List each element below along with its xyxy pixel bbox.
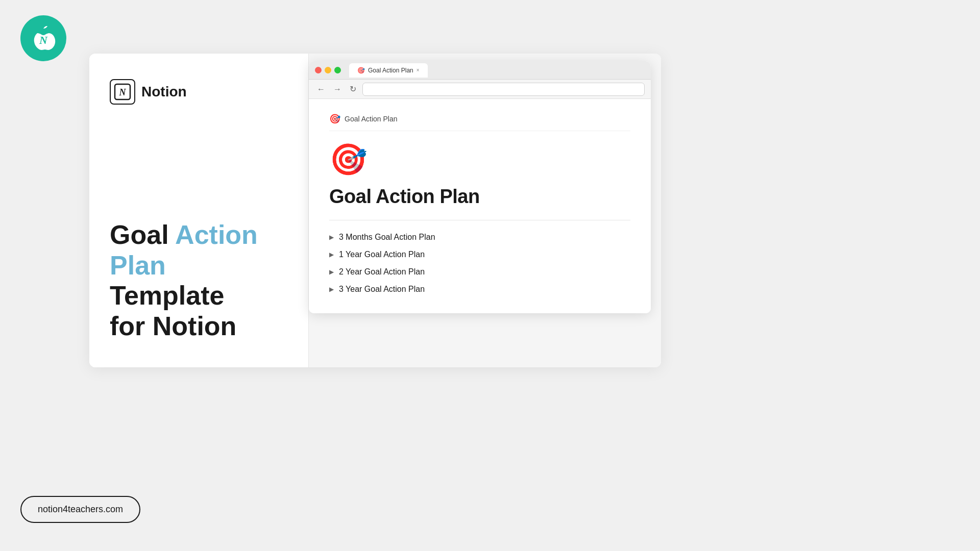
notion-brand-name: Notion [141,84,187,100]
list-arrow-icon: ▶ [329,268,334,276]
notion-divider [329,220,630,220]
browser-toolbar: ← → ↻ [309,80,651,99]
hero-word-template: Template [110,281,224,310]
notion-page-tab: 🎯 Goal Action Plan [329,109,630,131]
browser-forward-button[interactable]: → [331,84,344,95]
hero-title-line3: for Notion [110,311,288,342]
notion-logo-icon: N [110,79,135,105]
notion-page-icon: 🎯 [329,141,630,178]
browser-dot-green[interactable] [334,67,341,73]
notion-page-title: Goal Action Plan [329,186,630,208]
list-arrow-icon: ▶ [329,286,334,293]
hero-word-for-notion: for Notion [110,311,236,341]
hero-word-goal: Goal [110,220,175,249]
list-item-text: 3 Year Goal Action Plan [339,285,425,294]
hero-title-line2: Template [110,281,288,311]
app-logo: N [20,15,66,61]
list-arrow-icon: ▶ [329,251,334,258]
notion-list: ▶3 Months Goal Action Plan▶1 Year Goal A… [329,229,630,298]
left-panel: N Notion Goal Action Plan Template for N… [89,54,309,367]
svg-text:N: N [39,34,48,46]
logo-svg: N [30,24,57,52]
browser-tab-close[interactable]: × [416,67,420,73]
browser-tab[interactable]: 🎯 Goal Action Plan × [349,63,428,78]
hero-title: Goal Action Plan Template for Notion [110,220,288,342]
main-card: N Notion Goal Action Plan Template for N… [89,54,661,367]
list-item-text: 1 Year Goal Action Plan [339,250,425,259]
browser-dot-yellow[interactable] [325,67,331,73]
browser-tab-title: Goal Action Plan [368,67,413,74]
svg-text:N: N [119,87,127,97]
browser-tab-emoji: 🎯 [357,67,365,74]
list-item-text: 2 Year Goal Action Plan [339,267,425,277]
browser-window: 🎯 Goal Action Plan × ← → ↻ 🎯 Goal Action… [309,61,651,313]
notion-page-content: 🎯 Goal Action Plan 🎯 Goal Action Plan ▶3… [309,99,651,313]
browser-url-bar[interactable] [362,83,645,96]
notion-page-tab-label: Goal Action Plan [345,115,398,123]
website-badge: notion4teachers.com [20,496,140,523]
list-item-text: 3 Months Goal Action Plan [339,233,435,242]
notion-list-item[interactable]: ▶1 Year Goal Action Plan [329,246,630,263]
browser-refresh-button[interactable]: ↻ [348,83,358,95]
hero-title-line1: Goal Action Plan [110,220,288,281]
notion-brand: N Notion [110,79,288,105]
notion-list-item[interactable]: ▶3 Year Goal Action Plan [329,281,630,298]
browser-back-button[interactable]: ← [315,84,327,95]
website-url: notion4teachers.com [38,504,123,514]
browser-dot-red[interactable] [315,67,322,73]
notion-page-tab-emoji: 🎯 [329,113,340,124]
list-arrow-icon: ▶ [329,234,334,241]
notion-list-item[interactable]: ▶3 Months Goal Action Plan [329,229,630,246]
browser-titlebar: 🎯 Goal Action Plan × [309,61,651,80]
right-panel: 🎯 Goal Action Plan × ← → ↻ 🎯 Goal Action… [309,54,661,367]
notion-list-item[interactable]: ▶2 Year Goal Action Plan [329,263,630,281]
